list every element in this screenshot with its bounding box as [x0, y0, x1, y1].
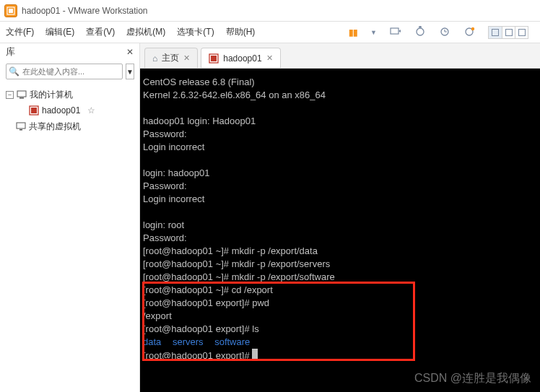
menubar: 文件(F) 编辑(E) 查看(V) 虚拟机(M) 选项卡(T) 帮助(H) ▮▮…	[0, 22, 540, 43]
pause-icon[interactable]: ▮▮	[349, 27, 357, 38]
titlebar: hadoop01 - VMware Workstation	[0, 0, 540, 22]
shared-icon	[16, 121, 26, 131]
menu-edit[interactable]: 编辑(E)	[45, 26, 74, 38]
tabbar: ⌂ 主页 ✕ hadoop01 ✕	[140, 43, 540, 69]
tree-label-shared: 共享的虚拟机	[29, 121, 81, 133]
tree-label-my-computer: 我的计算机	[30, 89, 73, 101]
toolbar-icons: ▮▮ ▼	[349, 26, 534, 39]
collapse-icon[interactable]: −	[6, 91, 14, 99]
terminal-cursor	[252, 349, 258, 359]
main-area: ⌂ 主页 ✕ hadoop01 ✕ CentOS release 6.8 (Fi…	[140, 43, 540, 392]
computer-icon	[17, 90, 27, 100]
send-icon[interactable]	[390, 26, 401, 38]
vm-tree: − 我的计算机 hadoop01 ☆ 共享的虚拟机	[0, 84, 139, 137]
tab-hadoop01[interactable]: hadoop01 ✕	[201, 48, 280, 68]
svg-rect-14	[211, 56, 217, 61]
svg-rect-11	[17, 123, 25, 129]
close-icon[interactable]: ✕	[126, 47, 134, 57]
tab-home[interactable]: ⌂ 主页 ✕	[144, 48, 198, 68]
search-icon: 🔍	[9, 66, 19, 77]
clock-icon[interactable]	[439, 26, 450, 38]
window-title: hadoop01 - VMware Workstation	[22, 6, 148, 16]
app-icon	[4, 4, 17, 17]
watermark: CSDN @连胜是我偶像	[414, 371, 531, 386]
vm-tab-icon	[209, 53, 219, 64]
svg-rect-1	[9, 9, 13, 13]
snapshot-icon[interactable]	[414, 26, 426, 38]
layout-icons[interactable]	[488, 26, 528, 39]
tab-vm-label: hadoop01	[223, 53, 261, 64]
tree-shared-vms[interactable]: 共享的虚拟机	[6, 118, 134, 134]
tree-vm-hadoop01[interactable]: hadoop01 ☆	[6, 103, 134, 118]
library-title: 库	[6, 45, 15, 58]
library-sidebar: 库 ✕ 🔍 ▼ − 我的计算机 hadoop01 ☆ 共享的虚拟机	[0, 43, 140, 392]
revert-icon[interactable]	[463, 26, 475, 38]
vm-icon	[29, 105, 39, 116]
svg-rect-12	[19, 129, 22, 131]
svg-rect-2	[391, 28, 399, 34]
tree-my-computer[interactable]: − 我的计算机	[6, 87, 134, 103]
svg-rect-10	[31, 108, 37, 113]
menu-help[interactable]: 帮助(H)	[226, 26, 256, 38]
tab-close-icon[interactable]: ✕	[183, 53, 190, 63]
menu-vm[interactable]: 虚拟机(M)	[126, 26, 165, 38]
terminal[interactable]: CentOS release 6.8 (Final) Kernel 2.6.32…	[140, 69, 540, 392]
favorite-star-icon[interactable]: ☆	[87, 105, 95, 116]
menu-tabs[interactable]: 选项卡(T)	[177, 26, 214, 38]
svg-rect-8	[19, 97, 24, 99]
search-dropdown-icon[interactable]: ▼	[126, 64, 134, 79]
menu-view[interactable]: 查看(V)	[86, 26, 115, 38]
home-icon: ⌂	[152, 53, 157, 64]
svg-point-3	[417, 28, 424, 35]
tab-home-label: 主页	[162, 52, 179, 64]
svg-rect-7	[17, 91, 26, 97]
svg-point-6	[471, 27, 474, 30]
toolbar-dropdown-icon[interactable]: ▼	[370, 29, 377, 36]
menu-file[interactable]: 文件(F)	[6, 26, 34, 38]
search-input[interactable]	[6, 64, 123, 79]
tree-label-hadoop01: hadoop01	[42, 105, 80, 116]
tab-close-icon[interactable]: ✕	[266, 53, 273, 63]
